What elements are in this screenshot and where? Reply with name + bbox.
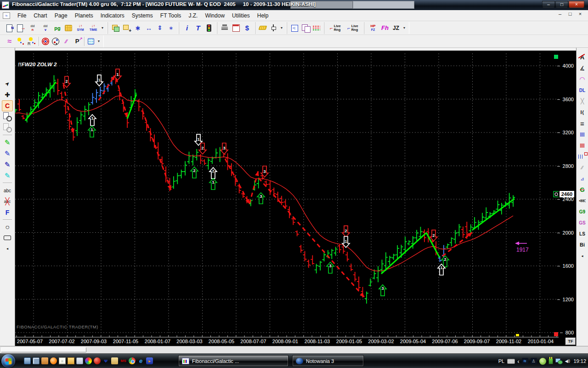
ls-tool[interactable]: LS — [577, 228, 588, 239]
tray-clock-app-icon[interactable]: ○ — [539, 358, 546, 365]
horizontal-scrollbar[interactable] — [0, 346, 588, 353]
mdi-close-button[interactable]: × — [577, 11, 583, 17]
pointer-tool[interactable]: ➤ — [2, 78, 13, 89]
switch-windows-icon[interactable] — [33, 357, 40, 364]
symbol-dropdown[interactable]: ▾ — [100, 23, 105, 33]
folder-icon[interactable] — [68, 357, 74, 364]
menu-planets[interactable]: Planets — [71, 11, 97, 20]
recycle-bin-icon[interactable] — [76, 357, 83, 364]
page-button[interactable]: pg — [52, 23, 62, 33]
close-button[interactable]: × — [569, 1, 584, 8]
circle-tool[interactable]: ○ — [2, 222, 13, 233]
menu-utilities[interactable]: Utilities — [228, 11, 254, 20]
bar-zoom-button[interactable] — [268, 23, 278, 33]
cycle-cross-tool[interactable]: ╳ — [577, 96, 588, 107]
menu-ft-tools[interactable]: FT Tools — [157, 11, 185, 20]
tray-app-statue-icon[interactable]: ♙ — [531, 358, 537, 364]
bar-pattern-tool[interactable] — [577, 151, 588, 162]
triangle-wave-tool[interactable]: ⊿ — [577, 173, 588, 184]
scrollbar-thumb[interactable] — [1, 347, 86, 352]
zoom-doc-tool[interactable] — [2, 111, 13, 122]
bars-volume-button[interactable]: ılılv — [40, 23, 51, 33]
andrews-pitchfork-tool[interactable]: A — [577, 52, 588, 63]
target-button[interactable] — [42, 38, 49, 45]
active-chart-icon[interactable]: ≈ — [3, 12, 10, 19]
jz-dropdown[interactable]: ▾ — [402, 23, 407, 33]
firefox-icon[interactable] — [50, 357, 57, 364]
gs-tool[interactable]: GS — [577, 217, 588, 228]
add-page-button[interactable] — [122, 23, 132, 33]
astro-waves-button[interactable]: ≈ — [5, 36, 15, 46]
keyboard-layout-icon[interactable] — [507, 359, 515, 364]
dl-tool[interactable]: DL — [577, 85, 588, 96]
draw-dropdown[interactable]: ▾ — [96, 36, 101, 46]
menu-systems[interactable]: Systems — [128, 11, 157, 20]
more-tools-arrow-right[interactable]: ◂ — [577, 250, 588, 261]
horizontal-lines-tool[interactable]: ≡ — [577, 118, 588, 129]
network-icon[interactable] — [555, 358, 563, 364]
blue-figure-app-icon[interactable]: Ψ — [102, 357, 109, 364]
aspect-lines-button[interactable]: ∕∕ — [61, 36, 71, 46]
show-desktop-icon[interactable] — [24, 357, 31, 364]
pen-blue-tool[interactable]: ✎ — [2, 148, 13, 159]
vertical-lines-red-tool[interactable]: |||| — [577, 140, 588, 151]
impulse-fan-tool[interactable]: I⟨ — [577, 107, 588, 118]
page-grid-button[interactable] — [65, 25, 72, 31]
parallel-lines-tool[interactable]: ∕∕ — [577, 162, 588, 173]
fibonacci-f-tool[interactable]: F — [2, 207, 13, 218]
menu-window[interactable]: Window — [201, 11, 228, 20]
menu-help[interactable]: Help — [254, 11, 272, 20]
notepad-icon[interactable]: ≡ — [59, 357, 66, 364]
menu-chart[interactable]: Chart — [30, 11, 51, 20]
volume-icon[interactable]: ◀⟩⟩ — [565, 359, 570, 363]
expand-horizontal-button[interactable]: ↔ — [144, 23, 154, 33]
tray-expand-icon[interactable]: ‹ — [517, 358, 519, 365]
ray-fan-tool[interactable]: ⋘ — [577, 195, 588, 206]
text-abc-tool[interactable]: abc — [2, 185, 13, 196]
bi-tool[interactable]: Bi — [577, 239, 588, 250]
pen-navy-tool[interactable]: ✎ — [2, 159, 13, 170]
planet-p-button[interactable]: P — [72, 36, 82, 46]
color-bars-button[interactable] — [313, 25, 320, 31]
planet-retro-button[interactable]: R — [27, 36, 37, 46]
ms-app-icon[interactable]: MS — [120, 357, 127, 364]
planet-dots-button[interactable] — [16, 36, 26, 46]
language-indicator[interactable]: PL — [498, 358, 504, 364]
crosshair-tool[interactable]: ✚ — [2, 89, 13, 100]
timeframe-button[interactable]: TF — [565, 338, 576, 345]
time-step-button[interactable]: ↓↑TIME — [87, 23, 99, 33]
taskbar-button-notowania[interactable]: Notowania 3 — [292, 355, 364, 367]
bars-number-button[interactable]: ılıln — [27, 23, 39, 33]
internet-explorer-icon[interactable]: e — [137, 357, 144, 364]
mdi-restore-button[interactable]: □ — [567, 11, 573, 17]
clock[interactable]: 19:12 — [573, 358, 586, 364]
restore-button[interactable]: □ — [555, 1, 568, 8]
menu-indicators[interactable]: Indicators — [97, 11, 128, 20]
pen-cyan-tool[interactable]: ✎ — [2, 170, 13, 181]
chart-windows-button[interactable] — [301, 23, 311, 33]
live-range-blue-button[interactable]: ⌐LiveRng — [345, 23, 361, 33]
ellipse-tool[interactable] — [4, 236, 11, 240]
price-chart[interactable]: 211111232213321332211917!!FW20 ZOLW 2FIB… — [15, 51, 559, 346]
colors-app-icon[interactable] — [85, 357, 92, 364]
media-folder-icon[interactable] — [41, 357, 48, 364]
tray-app-blue-icon[interactable]: ≋ — [522, 358, 528, 364]
sheet-app-icon[interactable] — [111, 357, 118, 364]
pen-green-tool[interactable]: ✎ — [2, 137, 13, 148]
calendar-button[interactable] — [231, 23, 241, 33]
print-button[interactable] — [220, 23, 230, 33]
symbol-step-button[interactable]: ↓↑SYM — [74, 23, 86, 33]
ruler-button[interactable] — [259, 26, 267, 30]
mdi-minimize-button[interactable]: – — [557, 11, 563, 17]
text-delete-tool[interactable]: abc — [2, 196, 13, 207]
hp-fz-button[interactable]: HPFZ — [367, 23, 379, 33]
live-range-red-button[interactable]: ⌐LiveRng — [327, 23, 344, 33]
arc-tool[interactable]: ◠ — [577, 74, 588, 85]
minimize-button[interactable]: – — [542, 1, 555, 8]
opera-icon[interactable] — [94, 357, 101, 364]
planet-wheel-button[interactable] — [52, 38, 59, 45]
open-chart-button[interactable] — [16, 23, 26, 33]
g9-tool[interactable]: G9 — [577, 206, 588, 217]
traffic-signals-button[interactable] — [207, 24, 211, 32]
jz-button[interactable]: JZ — [391, 23, 401, 33]
